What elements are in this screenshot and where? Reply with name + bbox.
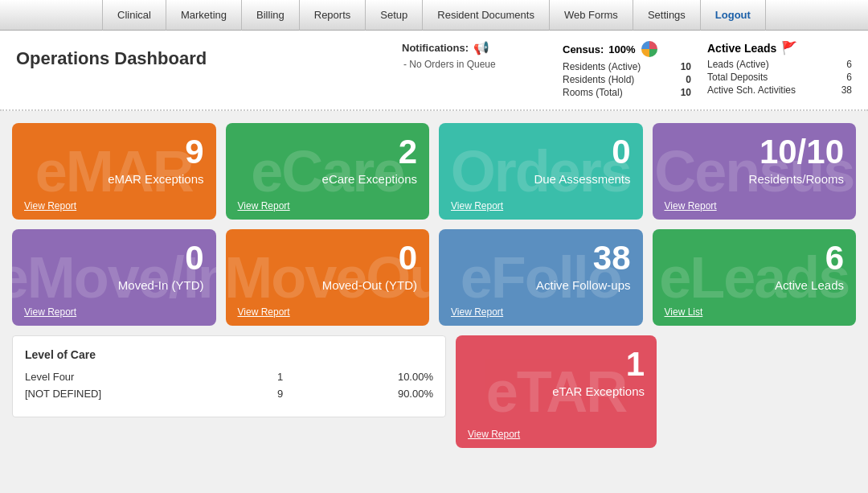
- census-rooms-value: 10: [681, 87, 691, 98]
- loc-row-0-pct: 10.00%: [331, 371, 433, 383]
- census-active-label: Residents (Active): [563, 61, 641, 72]
- tile-residents-content: 10/10 Residents/Rooms: [665, 135, 845, 186]
- tile-ecare-number: 2: [399, 135, 417, 169]
- census-rooms-label: Rooms (Total): [563, 87, 623, 98]
- leads-row-activities: Active Sch. Activities 38: [707, 84, 852, 96]
- tile-ecare-link[interactable]: View Report: [238, 200, 290, 212]
- tile-follow-ups: eFollo 38 Active Follow-ups View Report: [439, 229, 643, 326]
- loc-row-0: Level Four 1 10.00%: [25, 371, 433, 383]
- census-row-active: Residents (Active) 10: [563, 61, 691, 72]
- top-navigation: Clinical Marketing Billing Reports Setup…: [0, 0, 868, 31]
- tile-row-1: eMAR 9 eMAR Exceptions View Report eCare…: [12, 123, 856, 220]
- active-leads-title: Active Leads: [707, 42, 776, 55]
- leads-row-active: Leads (Active) 6: [707, 59, 852, 70]
- leads-activities-value: 38: [841, 84, 852, 96]
- census-row-rooms: Rooms (Total) 10: [563, 87, 691, 98]
- tile-row-2: eMove/In 0 Moved-In (YTD) View Report eM…: [12, 229, 856, 326]
- tile-follow-ups-link[interactable]: View Report: [451, 306, 503, 318]
- header-right-panel: Notifications: 📢 - No Orders in Queue Ce…: [402, 40, 852, 100]
- loc-row-1: [NOT DEFINED] 9 90.00%: [25, 388, 433, 400]
- megaphone-icon: 📢: [473, 40, 489, 55]
- nav-setup[interactable]: Setup: [366, 0, 423, 31]
- tile-moved-out-link[interactable]: View Report: [238, 306, 290, 318]
- tile-moved-in-label: Moved-In (YTD): [118, 278, 204, 292]
- tile-moved-out: eMoveOut 0 Moved-Out (YTD) View Report: [226, 229, 430, 326]
- tile-residents-rooms: Census 10/10 Residents/Rooms View Report: [653, 123, 857, 220]
- leads-active-value: 6: [846, 59, 852, 70]
- loc-row-0-count: 1: [229, 371, 331, 383]
- nav-resident-documents[interactable]: Resident Documents: [423, 0, 550, 31]
- loc-row-0-name: Level Four: [25, 371, 229, 383]
- notifications-title: Notifications:: [402, 42, 469, 54]
- tile-follow-ups-content: 38 Active Follow-ups: [451, 241, 631, 292]
- tile-assessments-content: 0 Due Assessments: [451, 135, 631, 186]
- census-hold-label: Residents (Hold): [563, 74, 634, 85]
- tile-follow-ups-number: 38: [593, 241, 631, 275]
- census-label: Census:: [563, 43, 604, 55]
- tile-moved-in-number: 0: [185, 241, 203, 275]
- tile-moved-in: eMove/In 0 Moved-In (YTD) View Report: [12, 229, 216, 326]
- flag-icon: 🚩: [781, 40, 797, 55]
- nav-logout[interactable]: Logout: [701, 0, 766, 31]
- tile-emar-content: 9 eMAR Exceptions: [24, 135, 204, 186]
- tile-etar: eTAR 1 eTAR Exceptions View Report: [456, 335, 657, 448]
- tile-assessments-label: Due Assessments: [534, 172, 630, 186]
- nav-clinical[interactable]: Clinical: [102, 0, 166, 31]
- dashboard: eMAR 9 eMAR Exceptions View Report eCare…: [0, 111, 868, 460]
- nav-billing[interactable]: Billing: [242, 0, 300, 31]
- tile-etar-link[interactable]: View Report: [468, 429, 520, 440]
- nav-reports[interactable]: Reports: [300, 0, 366, 31]
- bottom-row: Level of Care Level Four 1 10.00% [NOT D…: [12, 335, 856, 448]
- tile-etar-label: eTAR Exceptions: [552, 384, 645, 398]
- census-row-hold: Residents (Hold) 0: [563, 74, 691, 85]
- tile-residents-number: 10/10: [760, 135, 844, 169]
- tile-residents-label: Residents/Rooms: [749, 172, 844, 186]
- loc-row-1-count: 9: [229, 388, 331, 400]
- nav-web-forms[interactable]: Web Forms: [550, 0, 633, 31]
- tile-assessments-number: 0: [612, 135, 630, 169]
- tile-moved-out-label: Moved-Out (YTD): [322, 278, 417, 292]
- loc-row-1-name: [NOT DEFINED]: [25, 388, 229, 400]
- leads-deposits-label: Total Deposits: [707, 72, 768, 83]
- tile-moved-in-link[interactable]: View Report: [24, 306, 76, 318]
- tile-residents-link[interactable]: View Report: [665, 200, 717, 212]
- census-panel: Census: 100% Residents (Active) 10 Resid…: [563, 40, 691, 100]
- notifications-label: Notifications: 📢: [402, 40, 547, 55]
- tile-etar-content: 1 eTAR Exceptions: [468, 347, 645, 398]
- leads-activities-label: Active Sch. Activities: [707, 84, 796, 96]
- tile-moved-in-content: 0 Moved-In (YTD): [24, 241, 204, 292]
- tile-assessments: Orders 0 Due Assessments View Report: [439, 123, 643, 220]
- tile-follow-ups-label: Active Follow-ups: [536, 278, 631, 292]
- nav-marketing[interactable]: Marketing: [166, 0, 242, 31]
- notifications-panel: Notifications: 📢 - No Orders in Queue: [402, 40, 547, 70]
- tile-emar-link[interactable]: View Report: [24, 200, 76, 212]
- leads-active-label: Leads (Active): [707, 59, 769, 70]
- tile-active-leads: eLeads 6 Active Leads View List: [653, 229, 857, 326]
- tile-ecare-label: eCare Exceptions: [322, 172, 417, 186]
- tile-emar-label: eMAR Exceptions: [108, 172, 203, 186]
- census-header: Census: 100%: [563, 40, 691, 58]
- tile-moved-out-number: 0: [399, 241, 417, 275]
- active-leads-panel: Active Leads 🚩 Leads (Active) 6 Total De…: [707, 40, 852, 97]
- census-hold-value: 0: [686, 74, 691, 85]
- loc-title: Level of Care: [25, 348, 433, 361]
- nav-settings[interactable]: Settings: [633, 0, 701, 31]
- level-of-care-box: Level of Care Level Four 1 10.00% [NOT D…: [12, 335, 446, 417]
- tile-moved-out-content: 0 Moved-Out (YTD): [238, 241, 418, 292]
- tile-etar-number: 1: [626, 347, 645, 381]
- tile-active-leads-label: Active Leads: [775, 278, 844, 292]
- page-title: Operations Dashboard: [16, 40, 207, 69]
- census-active-value: 10: [681, 61, 691, 72]
- census-percent: 100%: [608, 43, 635, 55]
- tile-active-leads-content: 6 Active Leads: [665, 241, 845, 292]
- tile-emar-number: 9: [185, 135, 203, 169]
- header: Operations Dashboard Notifications: 📢 - …: [0, 31, 868, 111]
- tile-ecare-content: 2 eCare Exceptions: [238, 135, 418, 186]
- tile-assessments-link[interactable]: View Report: [451, 200, 503, 212]
- census-pie-chart: [641, 40, 658, 58]
- active-leads-header: Active Leads 🚩: [707, 40, 852, 55]
- tile-active-leads-link[interactable]: View List: [665, 306, 703, 318]
- tile-ecare: eCare 2 eCare Exceptions View Report: [226, 123, 430, 220]
- leads-deposits-value: 6: [846, 72, 852, 83]
- loc-row-1-pct: 90.00%: [331, 388, 433, 400]
